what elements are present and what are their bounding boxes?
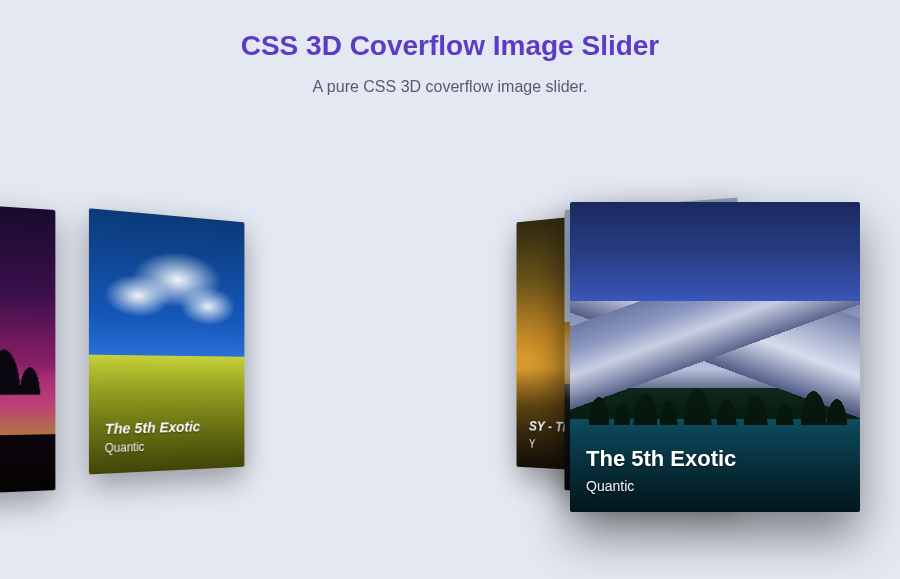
slide-title: The 5th Exotic	[0, 439, 39, 460]
page-subtitle: A pure CSS 3D coverflow image slider.	[0, 78, 900, 96]
coverflow-slider[interactable]: The 5th Exotic Quantic The 5th Exotic Qu…	[0, 210, 900, 550]
slide-left[interactable]: The 5th Exotic Quantic	[0, 198, 55, 499]
page-title: CSS 3D Coverflow Image Slider	[0, 30, 900, 62]
slide-title: The 5th Exotic	[586, 446, 844, 472]
slide-artist: Quantic	[105, 437, 231, 455]
slide-center[interactable]: The 5th Exotic Quantic	[570, 202, 860, 512]
slide-artist: Quantic	[0, 460, 39, 479]
slide-artist: Quantic	[586, 478, 844, 494]
slide-title: The 5th Exotic	[105, 417, 231, 437]
slide-far-left[interactable]: The 5th Exotic Quantic	[89, 208, 244, 474]
